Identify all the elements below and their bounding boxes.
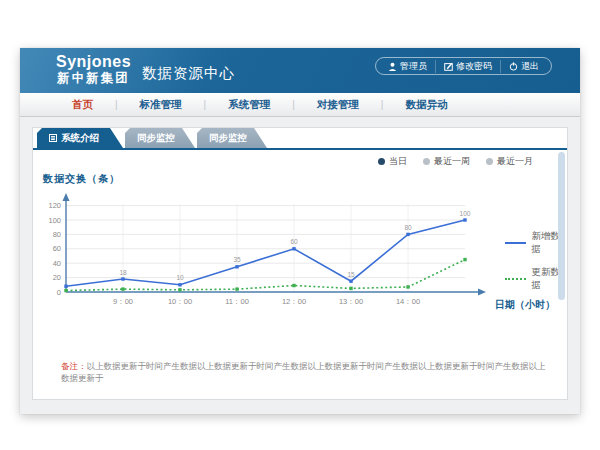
user-menu: 管理员 修改密码 退出 <box>375 57 552 75</box>
green-dotted-swatch-icon <box>505 278 526 280</box>
filter-label: 最近一周 <box>434 155 470 168</box>
svg-text:15: 15 <box>347 271 355 278</box>
tab-label: 同步监控 <box>209 128 247 148</box>
svg-text:60: 60 <box>290 238 298 245</box>
line-chart: 9：0010：0011：0012：0013：0014：0002040608010… <box>39 190 491 312</box>
svg-text:80: 80 <box>53 230 61 239</box>
page-canvas: Synjones 新中新集团 数据资源中心 管理员 修改密码 退出 <box>0 0 600 450</box>
logout-icon <box>509 62 518 71</box>
filter-label: 最近一月 <box>497 155 533 168</box>
tab-label: 系统介绍 <box>61 128 99 148</box>
nav-item-interface[interactable]: 对接管理 <box>295 98 381 112</box>
edit-icon <box>444 62 453 71</box>
svg-text:120: 120 <box>48 201 61 210</box>
user-menu-label: 退出 <box>521 60 539 73</box>
range-filters: 当日 最近一周 最近一月 <box>378 155 533 168</box>
tab-sync-monitor-1[interactable]: 同步监控 <box>125 128 195 148</box>
blue-line-swatch-icon <box>505 242 526 244</box>
svg-text:60: 60 <box>53 244 61 253</box>
logo-subtitle: 新中新集团 <box>56 71 131 86</box>
logo-title: Synjones <box>56 53 131 71</box>
svg-text:12：00: 12：00 <box>282 297 306 306</box>
filter-last-week[interactable]: 最近一周 <box>423 155 470 168</box>
user-menu-label: 修改密码 <box>456 60 492 73</box>
svg-text:100: 100 <box>48 216 61 225</box>
user-icon <box>388 62 397 71</box>
nav-item-standards[interactable]: 标准管理 <box>118 98 204 112</box>
radio-dot-icon <box>423 158 430 165</box>
svg-text:14：00: 14：00 <box>396 297 420 306</box>
nav-item-system[interactable]: 系统管理 <box>206 98 292 112</box>
svg-text:13：00: 13：00 <box>339 297 363 306</box>
nav-item-data-change[interactable]: 数据异动 <box>383 98 469 112</box>
svg-text:18: 18 <box>119 269 127 276</box>
main-nav: 首页 | 标准管理 | 系统管理 | 对接管理 | 数据异动 <box>20 93 580 117</box>
y-axis-title: 数据交换（条） <box>43 172 120 186</box>
tab-bar: 系统介绍 同步监控 同步监控 <box>37 128 269 148</box>
radio-dot-icon <box>486 158 493 165</box>
app-header: Synjones 新中新集团 数据资源中心 管理员 修改密码 退出 <box>20 48 580 93</box>
footer-note: 备注：以上数据更新于时间产生数据以上数据更新于时间产生数据以上数据更新于时间产生… <box>61 360 549 384</box>
logout-button[interactable]: 退出 <box>500 60 547 73</box>
svg-text:10: 10 <box>176 274 184 281</box>
svg-text:20: 20 <box>53 273 61 282</box>
active-tab-underline <box>33 148 567 150</box>
filter-label: 当日 <box>389 155 407 168</box>
filter-today[interactable]: 当日 <box>378 155 407 168</box>
svg-text:35: 35 <box>233 256 241 263</box>
svg-text:11：00: 11：00 <box>225 297 249 306</box>
admin-user-button[interactable]: 管理员 <box>380 60 435 73</box>
company-logo: Synjones 新中新集团 <box>56 53 131 86</box>
card-scrollbar[interactable] <box>558 152 565 300</box>
content-card: 系统介绍 同步监控 同步监控 当日 最近一周 <box>32 127 568 400</box>
svg-text:10：00: 10：00 <box>168 297 192 306</box>
svg-text:100: 100 <box>460 210 471 217</box>
change-password-button[interactable]: 修改密码 <box>435 60 500 73</box>
tab-label: 同步监控 <box>137 128 175 148</box>
nav-item-home[interactable]: 首页 <box>50 98 115 112</box>
filter-last-month[interactable]: 最近一月 <box>486 155 533 168</box>
footer-note-prefix: 备注： <box>61 361 87 371</box>
tab-sync-monitor-2[interactable]: 同步监控 <box>197 128 267 148</box>
radio-dot-icon <box>378 158 385 165</box>
document-icon <box>49 134 57 142</box>
page-title: 数据资源中心 <box>142 64 235 83</box>
svg-text:40: 40 <box>53 259 61 268</box>
app-window: Synjones 新中新集团 数据资源中心 管理员 修改密码 退出 <box>20 48 580 414</box>
tab-system-intro[interactable]: 系统介绍 <box>37 128 123 148</box>
user-menu-label: 管理员 <box>400 60 427 73</box>
footer-note-text: 以上数据更新于时间产生数据以上数据更新于时间产生数据以上数据更新于时间产生数据以… <box>61 361 546 383</box>
svg-text:9：00: 9：00 <box>113 297 133 306</box>
svg-text:0: 0 <box>57 288 61 297</box>
svg-text:80: 80 <box>404 224 412 231</box>
